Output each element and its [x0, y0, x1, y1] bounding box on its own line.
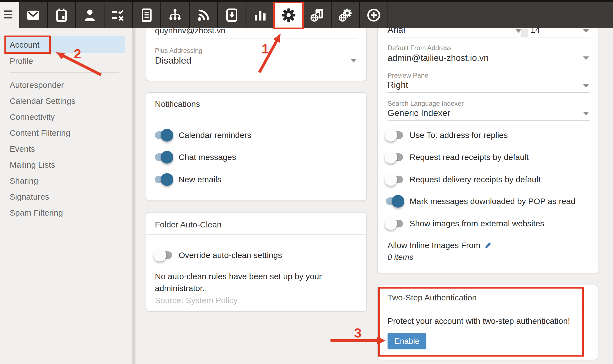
search-indexer-select[interactable]: Generic Indexer [388, 108, 450, 118]
field-underline [388, 65, 590, 65]
toggle-label: Calendar reminders [179, 131, 251, 140]
default-from-select[interactable]: admin@tailieu-zhost.io.vn [388, 53, 489, 63]
toolbar-contacts-button[interactable] [75, 2, 104, 28]
toggle-label: Request read receipts by default [410, 153, 529, 162]
calendar-reminders-toggle[interactable] [155, 131, 172, 139]
rss-icon [196, 8, 211, 22]
toggle-knob [161, 151, 173, 164]
toggle-knob [385, 151, 397, 164]
plus-addressing-label: Plus Addressing [155, 47, 202, 55]
sidebar-divider [10, 72, 119, 73]
sidebar-item-profile[interactable]: Profile [10, 53, 33, 69]
tasks-icon [111, 8, 125, 22]
delivery-receipts-toggle[interactable] [386, 176, 403, 183]
allow-inline-images-label: Allow Inline Images From [388, 241, 480, 250]
field-underline [528, 37, 590, 37]
card-divider [146, 234, 366, 235]
chevron-down-icon[interactable] [583, 29, 589, 33]
field-underline [155, 39, 357, 39]
allow-inline-images-row: Allow Inline Images From [388, 241, 492, 250]
sidebar-item-autoresponder[interactable]: Autoresponder [10, 77, 64, 93]
toggle-row-delivery-receipts: Request delivery receipts by default [386, 173, 541, 186]
chevron-down-icon[interactable] [583, 112, 589, 115]
notifications-card: Notifications Calendar reminders Chat me… [146, 92, 367, 201]
sidebar-item-connectivity[interactable]: Connectivity [10, 109, 55, 125]
sidebar-scrollbar[interactable] [132, 28, 136, 364]
sidebar-item-spam-filtering[interactable]: Spam Filtering [10, 205, 63, 221]
field-underline [388, 120, 590, 121]
toggle-row-new-emails: New emails [155, 173, 221, 186]
edit-pencil-icon[interactable] [484, 242, 492, 249]
domain-reports-icon [310, 8, 324, 22]
plus-addressing-select[interactable]: Disabled [155, 55, 191, 66]
preview-pane-label: Preview Pane [388, 72, 428, 79]
toggle-label: Use To: address for replies [410, 131, 508, 140]
chevron-down-icon[interactable] [583, 56, 589, 60]
read-receipts-toggle[interactable] [386, 153, 403, 161]
plus-circle-icon [367, 8, 381, 22]
field-underline [388, 37, 521, 37]
card-divider [146, 114, 366, 114]
toolbar-new-item-button[interactable] [359, 2, 388, 28]
sidebar-item-mailing-lists[interactable]: Mailing Lists [10, 157, 55, 173]
toolbar-mail-button[interactable] [19, 2, 47, 28]
chevron-down-icon[interactable] [583, 84, 589, 88]
pop-read-toggle[interactable] [386, 197, 403, 205]
field-underline [155, 68, 357, 68]
contacts-icon [83, 8, 97, 22]
sidebar-item-events[interactable]: Events [10, 141, 35, 157]
chevron-down-icon[interactable] [351, 59, 357, 63]
top-border-strip [0, 0, 613, 2]
toggle-row-use-to-address: Use To: address for replies [386, 129, 508, 142]
toolbar-tasks-button[interactable] [104, 2, 132, 28]
toggle-label: Override auto-clean settings [179, 251, 282, 260]
field-underline [388, 92, 590, 93]
folder-autoclean-card-title: Folder Auto-Clean [155, 220, 222, 229]
toggle-knob [385, 129, 397, 142]
toolbar-connections-button[interactable] [160, 2, 189, 28]
toggle-label: Chat messages [179, 153, 236, 162]
sidebar-item-signatures[interactable]: Signatures [10, 189, 49, 205]
toggle-label: Request delivery receipts by default [410, 175, 541, 184]
toggle-row-pop-read: Mark messages downloaded by POP as read [386, 195, 575, 208]
default-from-label: Default From Address [388, 44, 451, 52]
toggle-knob [154, 249, 166, 262]
domain-settings-icon [338, 8, 353, 22]
toggle-row-override-autoclean: Override auto-clean settings [155, 249, 282, 262]
toggle-label: New emails [179, 175, 221, 184]
toolbar-notes-button[interactable] [132, 2, 160, 28]
notifications-card-title: Notifications [155, 99, 200, 109]
webmail-settings-page: Account Profile Autoresponder Calendar S… [0, 0, 613, 364]
toggle-row-read-receipts: Request read receipts by default [386, 151, 529, 164]
toggle-knob [161, 129, 173, 142]
sidebar-item-calendar-settings[interactable]: Calendar Settings [10, 93, 75, 109]
toolbar-downloads-button[interactable] [217, 2, 246, 28]
use-to-address-toggle[interactable] [386, 131, 403, 139]
toolbar-calendar-button[interactable] [47, 2, 75, 28]
toggle-knob [161, 173, 173, 186]
preview-pane-select[interactable]: Right [388, 80, 408, 90]
allow-inline-images-count: 0 items [388, 253, 413, 262]
sidebar-item-sharing[interactable]: Sharing [10, 173, 38, 189]
search-indexer-label: Search Language Indexer [388, 100, 464, 107]
chevron-down-icon[interactable] [515, 29, 521, 33]
toolbar-rss-button[interactable] [189, 2, 217, 28]
override-autoclean-toggle[interactable] [155, 251, 172, 259]
toggle-row-chat-messages: Chat messages [155, 151, 236, 164]
bar-chart-icon [253, 8, 267, 22]
new-emails-toggle[interactable] [155, 176, 172, 183]
annotation-box-two-step [378, 287, 584, 357]
toolbar-domain-settings-button[interactable] [331, 2, 359, 28]
autoclean-source: Source: System Policy [155, 296, 238, 305]
external-images-toggle[interactable] [386, 220, 403, 227]
mail-settings-card: Arial 14 Default From Address admin@tail… [377, 11, 598, 273]
toggle-row-calendar-reminders: Calendar reminders [155, 129, 251, 142]
toggle-knob [385, 217, 397, 230]
toggle-label: Show images from external websites [410, 219, 544, 228]
menu-zone [0, 2, 19, 28]
toolbar-reports-button[interactable] [246, 2, 274, 28]
sidebar-item-content-filtering[interactable]: Content Filtering [10, 125, 70, 141]
toolbar-domain-reports-button[interactable] [302, 2, 331, 28]
autoclean-message: No auto-clean rules have been set up by … [155, 270, 351, 294]
chat-messages-toggle[interactable] [155, 153, 172, 161]
